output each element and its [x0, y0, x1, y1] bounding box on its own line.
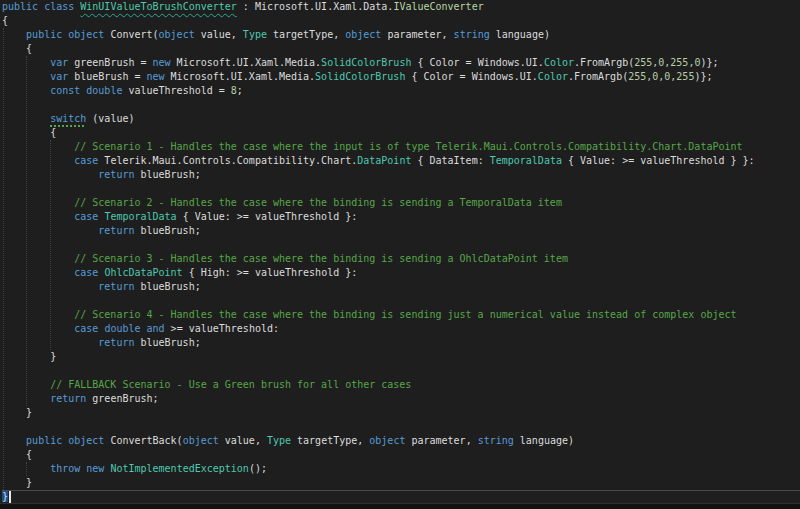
code-line: var blueBrush = new Microsoft.UI.Xaml.Me… [2, 70, 800, 84]
code-line: public object ConvertBack(object value, … [2, 434, 800, 448]
code-token: } [2, 351, 56, 362]
code-token: object [369, 435, 405, 446]
code-token [2, 211, 74, 222]
code-token: return [98, 169, 134, 180]
code-token: { Value: >= valueThreshold }: [177, 211, 358, 222]
code-line: // Scenario 3 - Handles the case where t… [2, 252, 800, 266]
code-token [2, 463, 50, 474]
code-token: { Color = Windows.UI. [405, 71, 537, 82]
code-token: } [2, 407, 32, 418]
code-token: { Color = Windows.UI. [411, 57, 543, 68]
code-token: case [74, 323, 98, 334]
code-line [2, 238, 800, 252]
code-token: { [2, 43, 32, 54]
code-line: case TemporalData { Value: >= valueThres… [2, 210, 800, 224]
code-line [2, 98, 800, 112]
code-token [2, 393, 50, 404]
code-line [2, 182, 800, 196]
code-token: 255,0,255,0 [634, 57, 700, 68]
code-token: { [2, 449, 32, 460]
code-token: new [147, 71, 165, 82]
code-token: { High: >= valueThreshold }: [183, 267, 358, 278]
code-token: return [98, 337, 134, 348]
code-token: value, [195, 29, 243, 40]
code-token [2, 85, 50, 96]
code-token: (); [249, 463, 267, 474]
code-token: ; [237, 85, 243, 96]
code-token: Microsoft.UI.Xaml.Media. [171, 57, 322, 68]
code-token: value, [219, 435, 267, 446]
code-line: case OhlcDataPoint { High: >= valueThres… [2, 266, 800, 280]
code-token: var [50, 71, 68, 82]
code-comment: // Scenario 3 - Handles the case where t… [2, 253, 568, 264]
code-line: return blueBrush; [2, 280, 800, 294]
code-token: { [2, 127, 56, 138]
code-token [2, 337, 98, 348]
code-token: parameter, [405, 435, 477, 446]
code-line: } [2, 350, 800, 364]
code-token: DataPoint [357, 155, 411, 166]
code-token: case [74, 155, 98, 166]
code-token: public class [2, 1, 80, 12]
code-token [2, 169, 98, 180]
code-token: object [159, 29, 195, 40]
code-token: new [153, 57, 171, 68]
code-token: .FromArgb( [574, 57, 634, 68]
code-token [2, 323, 74, 334]
code-line: public class WinUIValueToBrushConverter … [2, 0, 800, 14]
code-token: public object [26, 435, 110, 446]
code-line: // FALLBACK Scenario - Use a Green brush… [2, 378, 800, 392]
code-line: } [2, 490, 800, 504]
code-token: valueThreshold = [122, 85, 230, 96]
code-line: } [2, 406, 800, 420]
code-token: (value) [86, 113, 134, 124]
code-token: switch [50, 113, 86, 124]
code-token: blueBrush = [68, 71, 146, 82]
code-line: var greenBrush = new Microsoft.UI.Xaml.M… [2, 56, 800, 70]
code-line [2, 420, 800, 434]
code-token: Type [267, 435, 291, 446]
code-token: { Value: >= valueThreshold } }: [562, 155, 755, 166]
code-token: object [183, 435, 219, 446]
code-token: Color [544, 57, 574, 68]
code-editor[interactable]: public class WinUIValueToBrushConverter … [0, 0, 800, 509]
code-comment: // Scenario 2 - Handles the case where t… [2, 197, 562, 208]
code-token: new [86, 463, 104, 474]
code-token: blueBrush; [134, 337, 200, 348]
code-line [2, 364, 800, 378]
code-line: // Scenario 4 - Handles the case where t… [2, 308, 800, 322]
code-token: { [2, 15, 8, 26]
code-token: Type [243, 29, 267, 40]
code-token [2, 435, 26, 446]
code-token: Convert( [110, 29, 158, 40]
code-token: case [74, 267, 98, 278]
code-token: targetType, [267, 29, 345, 40]
code-token [2, 113, 50, 124]
code-line: public object Convert(object value, Type… [2, 28, 800, 42]
code-token: Color [538, 71, 568, 82]
code-token: blueBrush; [134, 225, 200, 236]
code-token [2, 267, 74, 278]
code-comment: // FALLBACK Scenario - Use a Green brush… [2, 379, 411, 390]
code-token: string [478, 435, 514, 446]
code-token: return [98, 281, 134, 292]
code-token: 255,0,0,255 [628, 71, 694, 82]
code-line: // Scenario 2 - Handles the case where t… [2, 196, 800, 210]
code-line: { [2, 448, 800, 462]
code-line: { [2, 42, 800, 56]
code-token: throw [50, 463, 80, 474]
code-token [2, 71, 50, 82]
code-line: case double and >= valueThreshold: [2, 322, 800, 336]
code-token: greenBrush; [86, 393, 158, 404]
code-token: )}; [694, 71, 712, 82]
code-line: } [2, 476, 800, 490]
code-token: Microsoft.UI.Xaml.Media. [165, 71, 316, 82]
code-token: ConvertBack( [110, 435, 182, 446]
code-line: return greenBrush; [2, 392, 800, 406]
code-token: SolidColorBrush [315, 71, 405, 82]
code-line: throw new NotImplementedException(); [2, 462, 800, 476]
code-token: public object [26, 29, 110, 40]
code-line: // Scenario 1 - Handles the case where t… [2, 140, 800, 154]
code-token [2, 29, 26, 40]
code-token [2, 225, 98, 236]
